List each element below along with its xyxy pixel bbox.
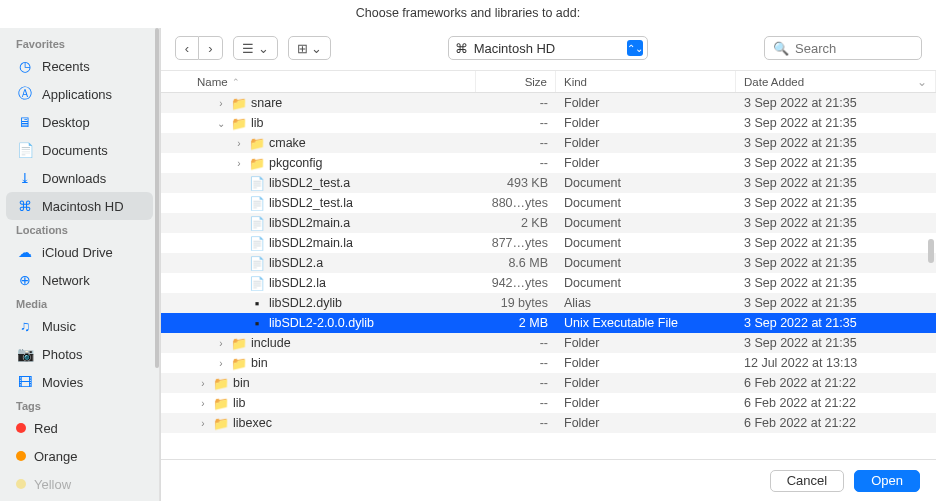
- file-size: 19 bytes: [476, 296, 556, 310]
- hdd-icon: ⌘: [455, 41, 468, 56]
- file-name-label: bin: [251, 356, 268, 370]
- disclosure-triangle-icon[interactable]: ›: [215, 338, 227, 349]
- file-size: --: [476, 396, 556, 410]
- sidebar-item[interactable]: Orange: [0, 442, 159, 470]
- file-name-label: libSDL2.dylib: [269, 296, 342, 310]
- sidebar-item-label: Music: [42, 319, 76, 334]
- disclosure-triangle-icon[interactable]: ›: [197, 418, 209, 429]
- scrollbar-thumb[interactable]: [928, 239, 934, 263]
- sidebar-item[interactable]: ⒶApplications: [0, 80, 159, 108]
- sidebar-item[interactable]: 📄Documents: [0, 136, 159, 164]
- tag-dot-icon: [16, 423, 26, 433]
- toolbar: ‹ › ☰ ⌄ ⊞ ⌄ ⌘ Macintosh HD ⌃⌄ 🔍: [161, 28, 936, 71]
- sidebar-item[interactable]: 🎞Movies: [0, 368, 159, 396]
- column-date[interactable]: Date Added⌄: [736, 71, 936, 92]
- disclosure-triangle-icon[interactable]: ›: [215, 358, 227, 369]
- table-row[interactable]: ›📁cmake--Folder3 Sep 2022 at 21:35: [161, 133, 936, 153]
- sidebar-item[interactable]: ◷Recents: [0, 52, 159, 80]
- file-size: --: [476, 376, 556, 390]
- table-row[interactable]: ›📁bin--Folder12 Jul 2022 at 13:13: [161, 353, 936, 373]
- file-size: 2 KB: [476, 216, 556, 230]
- file-kind: Folder: [556, 336, 736, 350]
- sidebar-item-label: Recents: [42, 59, 90, 74]
- tag-dot-icon: [16, 479, 26, 489]
- view-grid-button[interactable]: ⊞ ⌄: [288, 36, 332, 60]
- disclosure-triangle-icon[interactable]: ›: [197, 398, 209, 409]
- nav-forward-button[interactable]: ›: [199, 36, 223, 60]
- exec-icon: ▪: [249, 315, 265, 331]
- downloads-icon: ⤓: [16, 170, 34, 186]
- table-row[interactable]: 📄libSDL2main.a2 KBDocument3 Sep 2022 at …: [161, 213, 936, 233]
- disclosure-triangle-icon[interactable]: ›: [197, 378, 209, 389]
- table-row[interactable]: ›📁lib--Folder6 Feb 2022 at 21:22: [161, 393, 936, 413]
- column-name[interactable]: Name⌃: [161, 71, 476, 92]
- table-row[interactable]: 📄libSDL2.la942…ytesDocument3 Sep 2022 at…: [161, 273, 936, 293]
- file-icon: 📄: [249, 255, 265, 271]
- tag-dot-icon: [16, 451, 26, 461]
- table-row[interactable]: ›📁include--Folder3 Sep 2022 at 21:35: [161, 333, 936, 353]
- file-kind: Folder: [556, 396, 736, 410]
- movies-icon: 🎞: [16, 374, 34, 390]
- file-size: --: [476, 136, 556, 150]
- open-button[interactable]: Open: [854, 470, 920, 492]
- file-list[interactable]: Name⌃ Size Kind Date Added⌄ ›📁snare--Fol…: [161, 71, 936, 459]
- disclosure-triangle-icon[interactable]: ›: [233, 138, 245, 149]
- table-row[interactable]: ▪libSDL2.dylib19 bytesAlias3 Sep 2022 at…: [161, 293, 936, 313]
- disclosure-triangle-icon[interactable]: ⌄: [215, 118, 227, 129]
- file-date: 6 Feb 2022 at 21:22: [736, 376, 936, 390]
- sidebar-item[interactable]: ⤓Downloads: [0, 164, 159, 192]
- file-kind: Folder: [556, 116, 736, 130]
- sidebar-item[interactable]: ⊕Network: [0, 266, 159, 294]
- file-name-label: libSDL2_test.a: [269, 176, 350, 190]
- folder-icon: 📁: [231, 95, 247, 111]
- file-kind: Folder: [556, 416, 736, 430]
- sidebar-item[interactable]: ♫Music: [0, 312, 159, 340]
- cancel-button[interactable]: Cancel: [770, 470, 844, 492]
- table-row[interactable]: ›📁snare--Folder3 Sep 2022 at 21:35: [161, 93, 936, 113]
- file-kind: Unix Executable File: [556, 316, 736, 330]
- table-row[interactable]: ›📁bin--Folder6 Feb 2022 at 21:22: [161, 373, 936, 393]
- file-date: 3 Sep 2022 at 21:35: [736, 116, 936, 130]
- table-row[interactable]: 📄libSDL2_test.a493 KBDocument3 Sep 2022 …: [161, 173, 936, 193]
- search-field[interactable]: 🔍: [764, 36, 922, 60]
- music-icon: ♫: [16, 318, 34, 334]
- file-date: 6 Feb 2022 at 21:22: [736, 396, 936, 410]
- sidebar-heading: Media: [0, 294, 159, 312]
- file-kind: Document: [556, 236, 736, 250]
- folder-icon: 📁: [213, 395, 229, 411]
- table-row[interactable]: 📄libSDL2.a8.6 MBDocument3 Sep 2022 at 21…: [161, 253, 936, 273]
- file-name-label: lib: [251, 116, 264, 130]
- footer: Cancel Open: [161, 459, 936, 501]
- sidebar-item[interactable]: 🖥Desktop: [0, 108, 159, 136]
- file-kind: Folder: [556, 156, 736, 170]
- disclosure-triangle-icon[interactable]: ›: [215, 98, 227, 109]
- file-date: 3 Sep 2022 at 21:35: [736, 176, 936, 190]
- column-size[interactable]: Size: [476, 71, 556, 92]
- search-input[interactable]: [795, 41, 913, 56]
- file-size: --: [476, 116, 556, 130]
- sidebar-item[interactable]: 📷Photos: [0, 340, 159, 368]
- sidebar-item[interactable]: ⌘Macintosh HD: [6, 192, 153, 220]
- sidebar-item[interactable]: ☁iCloud Drive: [0, 238, 159, 266]
- file-date: 6 Feb 2022 at 21:22: [736, 416, 936, 430]
- nav-back-button[interactable]: ‹: [175, 36, 199, 60]
- file-name-label: libSDL2main.a: [269, 216, 350, 230]
- sidebar-item[interactable]: Yellow: [0, 470, 159, 498]
- file-size: 942…ytes: [476, 276, 556, 290]
- table-row[interactable]: ›📁libexec--Folder6 Feb 2022 at 21:22: [161, 413, 936, 433]
- table-row[interactable]: ›📁pkgconfig--Folder3 Sep 2022 at 21:35: [161, 153, 936, 173]
- file-date: 3 Sep 2022 at 21:35: [736, 156, 936, 170]
- column-kind[interactable]: Kind: [556, 71, 736, 92]
- location-popup[interactable]: ⌘ Macintosh HD ⌃⌄: [448, 36, 648, 60]
- disclosure-triangle-icon[interactable]: ›: [233, 158, 245, 169]
- documents-icon: 📄: [16, 142, 34, 158]
- sidebar-item[interactable]: Red: [0, 414, 159, 442]
- table-row[interactable]: ⌄📁lib--Folder3 Sep 2022 at 21:35: [161, 113, 936, 133]
- table-row[interactable]: ▪libSDL2-2.0.0.dylib2 MBUnix Executable …: [161, 313, 936, 333]
- network-icon: ⊕: [16, 272, 34, 288]
- table-row[interactable]: 📄libSDL2_test.la880…ytesDocument3 Sep 20…: [161, 193, 936, 213]
- file-kind: Alias: [556, 296, 736, 310]
- table-row[interactable]: 📄libSDL2main.la877…ytesDocument3 Sep 202…: [161, 233, 936, 253]
- view-list-button[interactable]: ☰ ⌄: [233, 36, 278, 60]
- sidebar-heading: Locations: [0, 220, 159, 238]
